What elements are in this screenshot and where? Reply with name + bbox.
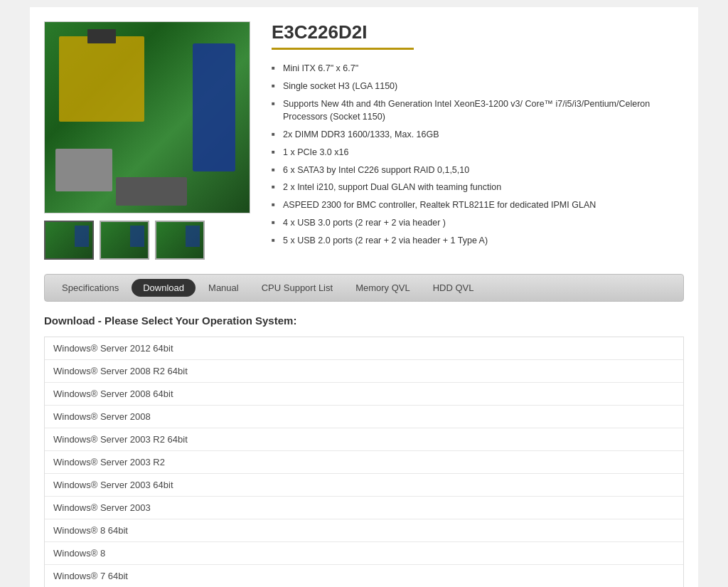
spec-item: Supports New 4th and 4th Generation Inte… (272, 95, 684, 127)
os-item[interactable]: Windows® Server 2003 R2 (45, 451, 683, 474)
os-item[interactable]: Windows® 7 64bit (45, 565, 683, 587)
thumbnail-1[interactable] (44, 221, 94, 260)
thumbnail-2[interactable] (100, 221, 149, 260)
thumbnail-row (44, 221, 250, 260)
gold-divider (272, 48, 414, 50)
os-item[interactable]: Windows® Server 2003 64bit (45, 474, 683, 497)
spec-item: 2 x Intel i210, support Dual GLAN with t… (272, 179, 684, 196)
os-item[interactable]: Windows® 8 64bit (45, 519, 683, 542)
spec-item: 5 x USB 2.0 ports (2 rear + 2 via header… (272, 232, 684, 250)
os-item[interactable]: Windows® Server 2008 R2 64bit (45, 360, 683, 383)
tabs-bar: SpecificationsDownloadManualCPU Support … (44, 274, 684, 302)
os-item[interactable]: Windows® Server 2008 (45, 406, 683, 428)
product-image-section (44, 21, 250, 260)
tab-download[interactable]: Download (132, 279, 196, 297)
os-item[interactable]: Windows® Server 2003 (45, 497, 683, 519)
tab-manual[interactable]: Manual (198, 279, 249, 297)
spec-item: Single socket H3 (LGA 1150) (272, 78, 684, 95)
product-title: E3C226D2I (272, 21, 684, 43)
spec-item: 2x DIMM DDR3 1600/1333, Max. 16GB (272, 126, 684, 144)
os-item[interactable]: Windows® Server 2008 64bit (45, 383, 683, 406)
tab-specifications[interactable]: Specifications (52, 279, 129, 297)
product-top: E3C226D2I Mini ITX 6.7" x 6.7"Single soc… (44, 21, 684, 260)
content-area: E3C226D2I Mini ITX 6.7" x 6.7"Single soc… (30, 7, 698, 587)
page-wrapper: E3C226D2I Mini ITX 6.7" x 6.7"Single soc… (0, 0, 728, 587)
spec-item: ASPEED 2300 for BMC controller, Realtek … (272, 196, 684, 214)
tab-cpu-support-list[interactable]: CPU Support List (252, 279, 343, 297)
os-item[interactable]: Windows® Server 2003 R2 64bit (45, 428, 683, 451)
os-item[interactable]: Windows® Server 2012 64bit (45, 337, 683, 360)
tab-hdd-qvl[interactable]: HDD QVL (423, 279, 484, 297)
os-item[interactable]: Windows® 8 (45, 542, 683, 565)
spec-item: Mini ITX 6.7" x 6.7" (272, 60, 684, 78)
spec-item: 1 x PCIe 3.0 x16 (272, 144, 684, 162)
tab-memory-qvl[interactable]: Memory QVL (346, 279, 420, 297)
download-section-title: Download - Please Select Your Operation … (44, 314, 684, 327)
spec-item: 4 x USB 3.0 ports (2 rear + 2 via header… (272, 214, 684, 232)
spec-item: 6 x SATA3 by Intel C226 support RAID 0,1… (272, 162, 684, 179)
product-info: E3C226D2I Mini ITX 6.7" x 6.7"Single soc… (272, 21, 684, 260)
thumbnail-3[interactable] (155, 221, 205, 260)
specs-list: Mini ITX 6.7" x 6.7"Single socket H3 (LG… (272, 60, 684, 249)
os-list-wrapper: Windows® Server 2012 64bitWindows® Serve… (44, 337, 684, 587)
os-list: Windows® Server 2012 64bitWindows® Serve… (44, 337, 684, 587)
main-product-image (44, 21, 250, 213)
